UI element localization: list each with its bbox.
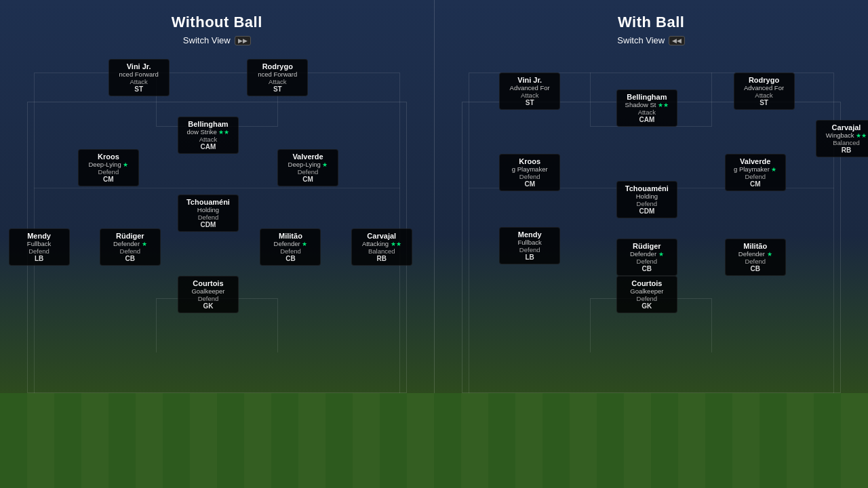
switch-view-left-badge: ▶▶ [235,36,251,45]
switch-view-left-label: Switch View [183,35,231,45]
player-tchouameni-left: Tchouaméni Holding Defend CDM [178,195,239,232]
switch-icon-left: ▶▶ [238,37,248,44]
formation-right: Vini Jr. Advanced For Attack ST Bellingh… [435,52,869,393]
with-ball-title: With Ball [618,14,684,31]
player-courtois-right: Courtois Goalkeeper Defend GK [616,276,677,313]
player-bellingham-right: Bellingham Shadow St ★★ Attack CAM [616,89,677,127]
bottom-grass [0,393,868,488]
player-kroos-left: Kroos Deep-Lying ★ Defend CM [78,149,139,186]
player-valverde-right: Valverde g Playmaker ★ Defend CM [725,154,786,191]
player-rudiger-right: Rüdiger Defender ★ Defend CB [616,239,677,276]
player-mendy-right: Mendy Fullback Defend LB [499,227,560,264]
switch-view-right-label: Switch View [617,35,665,45]
switch-view-right-badge: ◀◀ [669,36,685,45]
player-rodrygo-left: Rodrygo nced Forward Attack ST [247,59,308,96]
player-vini-left: Vini Jr. nced Forward Attack ST [108,59,170,96]
player-courtois-left: Courtois Goalkeeper Defend GK [178,276,239,313]
player-rudiger-left: Rüdiger Defender ★ Defend CB [100,228,161,266]
without-ball-title: Without Ball [172,14,262,31]
switch-icon-right: ◀◀ [672,37,682,44]
main-content: Without Ball Switch View ▶▶ Vini Jr. nce… [0,0,868,393]
player-vini-right: Vini Jr. Advanced For Attack ST [499,73,560,110]
with-ball-panel: With Ball Switch View ◀◀ Vini Jr. Advanc… [435,0,869,393]
player-tchouameni-right: Tchouaméni Holding Defend CDM [616,181,677,218]
player-mendy-left: Mendy Fullback Defend LB [9,228,70,266]
player-bellingham-left: Bellingham dow Strike ★★ Attack CAM [178,117,239,154]
player-kroos-right: Kroos g Playmaker Defend CM [499,154,560,191]
formation-left: Vini Jr. nced Forward Attack ST Rodrygo … [0,52,434,393]
player-rodrygo-right: Rodrygo Advanced For Attack ST [734,73,795,110]
player-militao-left: Militão Defender ★ Defend CB [260,228,321,266]
switch-view-right[interactable]: Switch View ◀◀ [617,35,685,45]
player-carvajal-right: Carvajal Wingback ★★ Balanced RB [816,120,868,157]
without-ball-panel: Without Ball Switch View ▶▶ Vini Jr. nce… [0,0,435,393]
player-carvajal-left: Carvajal Attacking ★★ Balanced RB [351,228,412,266]
switch-view-left[interactable]: Switch View ▶▶ [183,35,251,45]
player-valverde-left: Valverde Deep-Lying ★ Defend CM [277,149,338,186]
player-militao-right: Militão Defender ★ Defend CB [725,239,786,276]
